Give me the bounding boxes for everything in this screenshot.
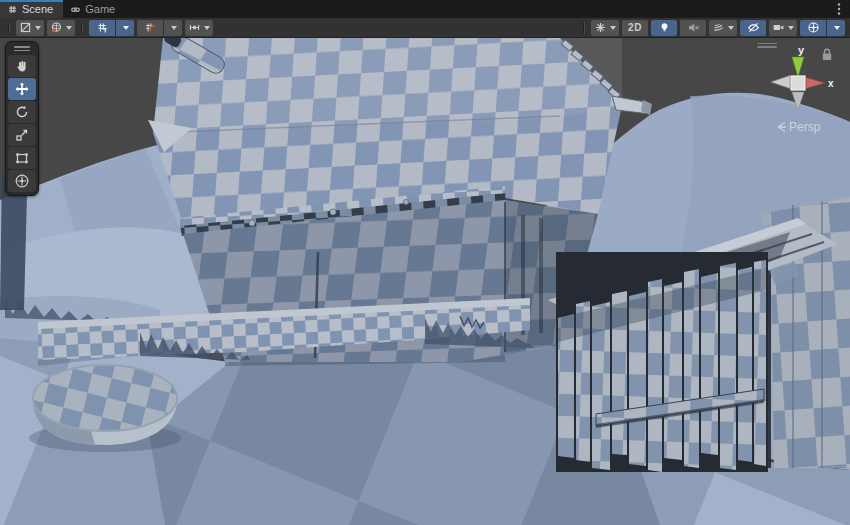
- grid-visibility-button[interactable]: [89, 20, 115, 36]
- snap-settings-button[interactable]: [137, 20, 163, 36]
- sphere-icon: [50, 21, 63, 34]
- gizmos-button[interactable]: [800, 20, 826, 36]
- tab-scene-label: Scene: [22, 3, 53, 15]
- chevron-down-icon: [728, 26, 734, 30]
- tab-scene[interactable]: Scene: [0, 0, 63, 18]
- scale-icon: [14, 127, 30, 143]
- gamepad-icon: [70, 4, 81, 15]
- grid-magnet-icon: [144, 21, 157, 34]
- axis-neg-y-cone[interactable]: [792, 92, 804, 110]
- axis-neg-x-cone[interactable]: [771, 76, 790, 89]
- scene-toolbar: 2D: [0, 18, 850, 38]
- grid-visibility-dropdown[interactable]: [116, 20, 134, 36]
- orientation-gizmo[interactable]: y x Persp: [764, 42, 844, 138]
- transform-icon: [14, 173, 30, 189]
- lighting-button[interactable]: [651, 20, 677, 36]
- axis-y-label: y: [798, 44, 805, 56]
- grid-icon: [7, 4, 18, 15]
- rotate-tool[interactable]: [8, 101, 36, 123]
- tool-handle-snap-button[interactable]: [185, 20, 213, 36]
- lock-icon[interactable]: [823, 49, 831, 60]
- hand-icon: [14, 58, 30, 74]
- axis-x-label: x: [828, 78, 834, 89]
- square-diagonal-icon: [19, 21, 32, 34]
- chevron-down-icon: [123, 26, 129, 30]
- transform-tool[interactable]: [8, 170, 36, 192]
- separator: [81, 22, 83, 34]
- view-2d-button[interactable]: 2D: [622, 20, 648, 36]
- stump[interactable]: [29, 365, 181, 452]
- render-mode-button[interactable]: [47, 20, 75, 36]
- chevron-down-icon: [35, 26, 41, 30]
- separator: [583, 22, 585, 34]
- chevron-down-icon: [788, 26, 794, 30]
- projection-label[interactable]: Persp: [789, 120, 821, 134]
- chevron-down-icon: [171, 26, 177, 30]
- view-hand-tool[interactable]: [8, 55, 36, 77]
- persp-chevron-icon: [778, 123, 786, 132]
- grid-y-icon: [96, 21, 109, 34]
- effects-button[interactable]: [591, 20, 619, 36]
- eye-slash-icon: [747, 21, 760, 34]
- separator: [8, 22, 10, 34]
- rect-tool[interactable]: [8, 147, 36, 169]
- axis-x-cone[interactable]: [806, 78, 825, 89]
- chevron-down-icon: [834, 26, 840, 30]
- tools-overlay-drag-handle[interactable]: [8, 44, 36, 53]
- chevron-down-icon: [66, 26, 72, 30]
- tools-overlay: [5, 41, 39, 196]
- audio-button[interactable]: [680, 20, 706, 36]
- tab-options-menu[interactable]: [828, 0, 850, 18]
- fx-button[interactable]: [709, 20, 737, 36]
- scene-viewport[interactable]: y x Persp: [0, 38, 850, 525]
- view-2d-label: 2D: [625, 22, 645, 33]
- chevron-down-icon: [610, 26, 616, 30]
- snap-settings-dropdown[interactable]: [164, 20, 182, 36]
- tab-game[interactable]: Game: [63, 0, 125, 18]
- scale-tool[interactable]: [8, 124, 36, 146]
- rect-icon: [14, 150, 30, 166]
- swirl-icon: [712, 21, 725, 34]
- scene-visibility-button[interactable]: [740, 20, 766, 36]
- gizmo-cube[interactable]: [791, 76, 805, 90]
- axis-gizmo-icon: [807, 21, 820, 34]
- rail-icon: [188, 21, 201, 34]
- tab-bar: Scene Game: [0, 0, 850, 18]
- move-icon: [14, 81, 30, 97]
- starburst-icon: [594, 21, 607, 34]
- rotate-icon: [14, 104, 30, 120]
- tab-game-label: Game: [85, 3, 115, 15]
- chevron-down-icon: [204, 26, 210, 30]
- scene-render: [0, 38, 850, 525]
- lightbulb-icon: [658, 21, 671, 34]
- unity-scene-view: Scene Game: [0, 0, 850, 525]
- camera-icon: [772, 21, 785, 34]
- axis-y-cone[interactable]: [792, 57, 804, 77]
- gizmos-dropdown[interactable]: [827, 20, 845, 36]
- speaker-muted-icon: [687, 21, 700, 34]
- move-tool[interactable]: [8, 78, 36, 100]
- draw-mode-button[interactable]: [16, 20, 44, 36]
- camera-settings-button[interactable]: [769, 20, 797, 36]
- kebab-menu-icon: [834, 2, 844, 16]
